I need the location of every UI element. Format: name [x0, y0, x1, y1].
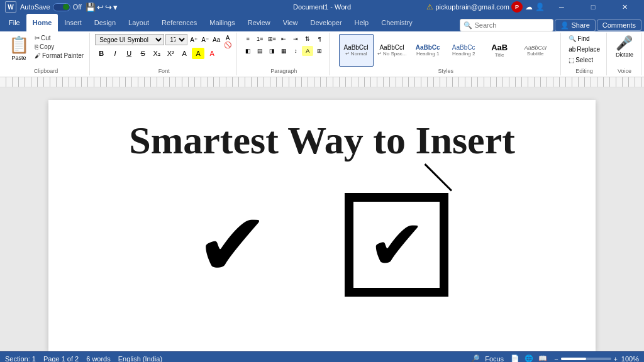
paragraph-group-label: Paragraph: [270, 67, 297, 74]
redo-icon[interactable]: ↪: [105, 3, 112, 12]
zoom-area: − + 100%: [554, 355, 639, 363]
clear-format-button[interactable]: A🚫: [223, 35, 233, 45]
font-size-selector[interactable]: 170: [165, 34, 187, 45]
undo-icon[interactable]: ↩: [97, 3, 104, 12]
replace-button[interactable]: ab Replace: [566, 45, 602, 54]
tab-mailings[interactable]: Mailings: [203, 14, 241, 31]
font-grow-button[interactable]: A⁺: [189, 35, 199, 45]
close-button[interactable]: ✕: [610, 0, 639, 14]
paste-button[interactable]: 📋 Paste: [6, 34, 31, 62]
styles-group: AaBbCcI ↵ Normal AaBbCcI ↵ No Spac... Aa…: [331, 33, 561, 75]
style-heading1-label: Heading 1: [416, 51, 439, 57]
font-name-selector[interactable]: Segoe UI Symbol: [95, 34, 164, 45]
search-box[interactable]: 🔍: [460, 19, 553, 31]
copy-button[interactable]: ⎘ Copy: [33, 43, 86, 51]
show-marks-button[interactable]: ¶: [314, 34, 325, 44]
tab-developer[interactable]: Developer: [304, 14, 348, 31]
bullet-list-button[interactable]: ≡: [242, 34, 253, 44]
zoom-out-button[interactable]: −: [554, 355, 558, 363]
tab-chemistry[interactable]: Chemistry: [375, 14, 419, 31]
font-shrink-button[interactable]: A⁻: [200, 35, 210, 45]
decrease-indent-button[interactable]: ⇤: [278, 34, 289, 44]
tab-references[interactable]: References: [155, 14, 203, 31]
superscript-button[interactable]: X²: [164, 48, 177, 59]
restore-button[interactable]: □: [579, 0, 608, 14]
zoom-slider-fill: [561, 358, 586, 360]
style-subtitle[interactable]: AaBbCcI Subtitle: [518, 34, 553, 67]
replace-label: Replace: [577, 46, 600, 53]
sort-button[interactable]: ⇅: [302, 34, 313, 44]
numbered-list-button[interactable]: 1≡: [254, 34, 265, 44]
document-page: Smartest Way to Insert ✔ ✔: [48, 100, 596, 351]
shading-button[interactable]: A: [302, 46, 313, 56]
format-painter-button[interactable]: 🖌 Format Painter: [33, 52, 86, 60]
zoom-level-label[interactable]: 100%: [620, 355, 639, 363]
multilevel-list-button[interactable]: ⊞≡: [266, 34, 277, 44]
justify-button[interactable]: ▦: [278, 46, 289, 56]
tab-layout[interactable]: Layout: [122, 14, 155, 31]
style-no-spacing[interactable]: AaBbCcI ↵ No Spac...: [375, 34, 409, 67]
zoom-in-button[interactable]: +: [614, 355, 618, 363]
share-icon[interactable]: 👤: [535, 3, 545, 11]
minimize-button[interactable]: ─: [547, 0, 576, 14]
cut-button[interactable]: ✂ Cut: [33, 34, 86, 42]
zoom-slider[interactable]: [561, 358, 611, 360]
subscript-button[interactable]: X₂: [150, 48, 163, 59]
tab-home[interactable]: Home: [26, 14, 58, 31]
autosave-toggle[interactable]: [53, 3, 70, 11]
language-info[interactable]: English (India): [118, 355, 162, 363]
tab-file[interactable]: File: [3, 14, 26, 31]
font-case-button[interactable]: Aa: [211, 35, 221, 45]
font-group: Segoe UI Symbol 170 A⁺ A⁻ Aa A🚫 B I U S …: [91, 33, 237, 75]
align-left-button[interactable]: ◧: [242, 46, 253, 56]
cut-label: Cut: [41, 35, 51, 41]
italic-button[interactable]: I: [109, 48, 121, 59]
styles-group-label: Styles: [438, 67, 453, 74]
strikethrough-button[interactable]: S: [136, 48, 149, 59]
tab-review[interactable]: Review: [242, 14, 277, 31]
web-view-button[interactable]: 🌐: [523, 353, 535, 363]
save-icon[interactable]: 💾: [86, 3, 96, 12]
dictate-button[interactable]: 🎤 Dictate: [612, 34, 637, 59]
toggle-dot: [63, 4, 69, 10]
select-button[interactable]: ⬚ Select: [566, 55, 596, 65]
editing-group-label: Editing: [575, 67, 593, 74]
document-area[interactable]: Smartest Way to Insert ✔ ✔: [0, 87, 644, 351]
share-button-icon: 👤: [560, 21, 569, 30]
style-normal[interactable]: AaBbCcI ↵ Normal: [339, 34, 374, 67]
find-button[interactable]: 🔍 Find: [566, 34, 592, 43]
tab-insert[interactable]: Insert: [58, 14, 88, 31]
font-color-button[interactable]: A: [206, 48, 218, 59]
word-count[interactable]: 6 words: [86, 355, 111, 363]
quick-access-toolbar: 💾 ↩ ↪ ▾: [86, 3, 118, 12]
read-mode-button[interactable]: 📖: [536, 353, 549, 363]
underline-button[interactable]: U: [123, 48, 135, 59]
share-button[interactable]: 👤 Share: [555, 19, 595, 31]
tab-design[interactable]: Design: [88, 14, 122, 31]
search-input[interactable]: [474, 21, 550, 29]
line-spacing-button[interactable]: ↕: [290, 46, 301, 56]
focus-label[interactable]: Focus: [485, 355, 504, 363]
increase-indent-button[interactable]: ⇥: [290, 34, 301, 44]
plain-checkmark: ✔: [196, 201, 269, 289]
cloud-save-icon[interactable]: ☁: [525, 3, 533, 11]
bold-button[interactable]: B: [95, 48, 108, 59]
page-info[interactable]: Page 1 of 2: [43, 355, 79, 363]
text-highlight-button[interactable]: A: [192, 48, 204, 59]
text-effects-button[interactable]: A: [178, 48, 191, 59]
checkmark-box: ✔: [345, 193, 448, 297]
style-heading1[interactable]: AaBbCc Heading 1: [411, 34, 445, 67]
font-top-row: Segoe UI Symbol 170 A⁺ A⁻ Aa A🚫: [95, 34, 233, 45]
print-layout-button[interactable]: 📄: [509, 353, 521, 363]
editing-group-content: 🔍 Find ab Replace ⬚ Select: [566, 34, 602, 67]
style-heading2[interactable]: AaBbCc Heading 2: [447, 34, 481, 67]
align-right-button[interactable]: ◨: [266, 46, 277, 56]
customize-icon[interactable]: ▾: [113, 3, 118, 12]
align-center-button[interactable]: ▤: [254, 46, 265, 56]
style-heading1-preview: AaBbCc: [416, 44, 440, 51]
tab-view[interactable]: View: [277, 14, 304, 31]
borders-button[interactable]: ⊞: [314, 46, 325, 56]
tab-help[interactable]: Help: [348, 14, 375, 31]
style-title[interactable]: AaB Title: [482, 34, 517, 67]
comments-button[interactable]: Comments: [597, 19, 641, 31]
